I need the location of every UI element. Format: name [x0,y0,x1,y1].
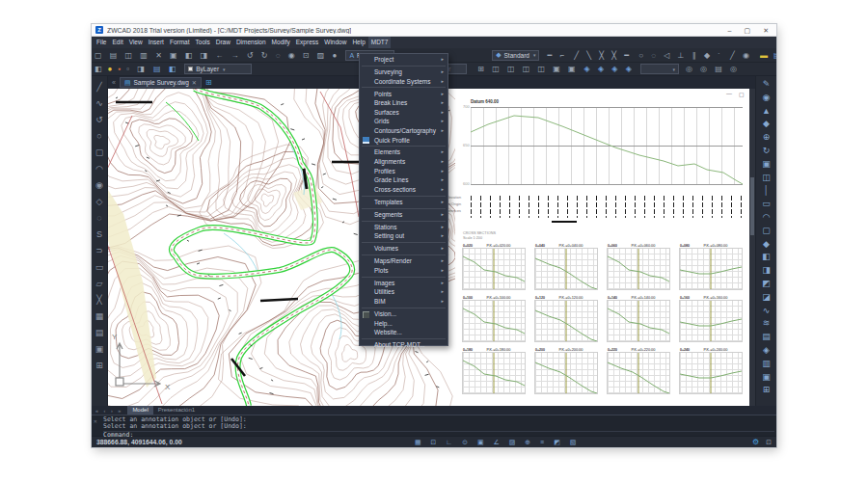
cross-section-plot: 0+040P.K.=0+040.00 [535,244,597,289]
menu-item-grade-lines[interactable]: Grade Lines▸ [360,175,448,185]
gear-icon[interactable]: ⚙ [752,438,759,446]
tab-sample-survey[interactable]: ▤ Sample Survey.dwg ✕ [120,77,202,88]
menu-item-profiles[interactable]: Profiles▸ [360,167,448,176]
empty-combo[interactable]: ▾ [640,64,679,74]
ucs-y-label: Y [112,333,118,341]
menu-item-help[interactable]: Help... [360,319,448,329]
mdt-toolbar-vertical[interactable]: ✎ ◉ ▲ ◆ ⊕ ↻ ▣ ◫ │ ▭ ◠ ▢ ◆ ◧ ◨ ◩ ◪ ∿ ≋ ▤ … [755,76,776,406]
menu-item-quick-profile[interactable]: Quick Profile [360,136,448,146]
menu-help[interactable]: Help [349,37,367,48]
menu-insert[interactable]: Insert [146,37,167,48]
menu-view[interactable]: View [126,37,146,48]
command-prompt[interactable]: Command: [103,431,774,439]
tab-model[interactable]: Model [127,406,152,415]
window-title: ZWCAD 2018 Trial version (Limited) - [C:… [107,27,351,34]
dim-style-combo[interactable]: ◆ Standard ▾ [492,50,539,61]
station-table [471,196,743,218]
menu-item-surveying[interactable]: Surveying▸ [360,67,448,77]
canvas-scrollbar[interactable] [749,89,755,406]
menu-item-cross-sections[interactable]: Cross-sections▸ [360,185,448,195]
minimize-button[interactable]: – [728,25,732,36]
menu-dimension[interactable]: Dimension [233,37,269,48]
menu-item-stations[interactable]: Stations▸ [360,223,448,232]
menu-window[interactable]: Window [321,37,349,48]
cross-section-plot: 0+180P.K.=0+180.00 [463,348,525,393]
menu-item-maps-render[interactable]: Maps/Render▸ [360,256,448,266]
menu-item-alignments[interactable]: Alignments▸ [360,157,448,167]
status-toggle-icons[interactable]: ▦ ⊡ ∟ ⊙ ▣ ∠ ▨ ⊕ ≡ ◩ ▧ [415,439,580,446]
tab-close-icon[interactable]: ✕ [192,79,197,86]
menu-modify[interactable]: Modify [269,37,293,48]
close-button[interactable]: ✕ [763,25,769,36]
elevation-label: 700 [463,104,470,109]
menu-item-volumes[interactable]: Volumes▸ [360,244,448,254]
file-toolbar-icons[interactable]: ▢ ▤ ◫ ▥ ✕ ▣ ◧ ◨ ← → ↺ ↻ ◌ ◉ ⊡ ▨ ● [95,51,339,60]
tab-layout1[interactable]: Presentación1 [153,406,200,415]
chevron-down-icon: ▾ [672,67,675,72]
menu-item-vision[interactable]: Vision... [360,309,448,319]
properties-icons-b[interactable]: ◈ ◈ ◈ ◈ [584,65,635,73]
sheet-icons[interactable]: ▤ ▥ [773,51,776,60]
menu-item-break-lines[interactable]: Break Lines▸ [360,98,448,108]
linetype-toolbar-icons[interactable]: ━ ⌐ [547,51,567,60]
mdi-minimize-icon[interactable]: — [726,91,732,97]
layer-lock-icon[interactable]: ◧ [95,65,105,73]
zoom-icons[interactable]: ◎ ◎ ▤ ◎ [686,65,740,73]
draw-toolbar-icons-b[interactable]: ○ ◌ ◁ ⊥ ∥ ◆ ´ [638,51,723,60]
tab-scroll-icon[interactable]: « [112,79,116,86]
menu-item-images[interactable]: Images▸ [360,279,448,288]
properties-icons-a[interactable]: ⊞ ◫ ◫ ◫ ◫ ▣ ▣ [477,65,578,73]
draw-toolbar-icons-c[interactable]: ╱ ◉ [730,51,752,60]
menu-item-project[interactable]: Project▸ [360,55,448,65]
layer-bulb-icon[interactable]: ● [108,65,116,73]
profile-title: Datum 640.00 [471,99,499,104]
menu-file[interactable]: File [94,37,109,48]
menu-format[interactable]: Format [167,37,193,48]
layer-color-combo[interactable]: ByLayer ▾ [184,64,252,74]
layer-freeze-icon[interactable]: ▪ [118,65,123,73]
chevron-down-icon: ▾ [223,67,226,72]
menu-item-points[interactable]: Points▸ [360,90,448,99]
dim-style-value: Standard [504,52,529,59]
menu-item-templates[interactable]: Templates▸ [360,198,448,207]
menu-express[interactable]: Express [293,37,321,48]
fullscreen-icon[interactable]: ⊡ [766,439,772,446]
draw-toolbar-vertical[interactable]: ╱ ∿ ↺ ○ ▢ ◠ ◉ ◇ ◌ S ⊃ ▭ ▱ ╳ ▦ ▤ ▣ ⊞ [92,76,108,406]
cross-section-plot: 0+020P.K.=0+020.00 [463,244,525,289]
menu-item-elements[interactable]: Elements▸ [360,147,448,157]
elevation-label: 650 [463,143,470,147]
menu-tools[interactable]: Tools [193,37,213,48]
command-history-line: Select an annotation object or [Undo]: [103,423,774,430]
menu-item-grids[interactable]: Grids▸ [360,117,448,126]
menu-item-contours-cartography[interactable]: Contours/Cartography▸ [360,126,448,136]
zwcad-logo-icon: Z [95,26,103,34]
menu-item-website[interactable]: Website... [360,328,448,337]
draw-toolbar-icons-a[interactable]: ╱ ╲ ╳ ╳ ━ [574,51,632,60]
menu-draw[interactable]: Draw [213,37,233,48]
command-close-icon[interactable]: ✕ [94,417,97,424]
maximize-button[interactable]: ▢ [745,25,751,36]
menu-item-plots[interactable]: Plots▸ [360,266,448,276]
chevron-down-icon: ▾ [533,52,536,58]
menu-item-segments[interactable]: Segments▸ [360,210,448,220]
menu-item-setting-out[interactable]: Setting out▸ [360,231,448,241]
menu-item-coordinate-systems[interactable]: Coordinate Systems▸ [360,77,448,87]
cross-section-plot: 0+120P.K.=0+120.00 [535,296,597,341]
layout-nav-icons[interactable]: « ‹ › » [95,408,122,414]
plot-icon[interactable]: ▬ [760,51,771,60]
menu-edit[interactable]: Edit [109,37,125,48]
command-window[interactable]: ✕ Select an annotation object or [Undo]:… [92,415,776,436]
menu-item-bim[interactable]: BIM▸ [360,297,448,307]
layer-manager-icons[interactable]: ▤ ◧ [153,65,178,73]
menu-item-utilities[interactable]: Utilities▸ [360,287,448,297]
mdi-restore-icon[interactable]: ▢ [739,91,745,97]
menu-item-surfaces[interactable]: Surfaces▸ [360,108,448,118]
cross-section-plot: 0+140P.K.=0+140.00 [608,296,669,341]
layer-state-icons[interactable]: ▫ ◨ [126,65,148,73]
app-window: Z ZWCAD 2018 Trial version (Limited) - [… [92,24,776,447]
elevation-label: 600 [463,181,470,186]
new-tab-icon[interactable]: ⊞ [205,78,212,87]
title-bar: Z ZWCAD 2018 Trial version (Limited) - [… [92,24,776,37]
menu-item-about-tcp-mdt[interactable]: About TCP-MDT... [360,340,448,350]
menu-mdt7[interactable]: MDT7 [368,37,392,48]
